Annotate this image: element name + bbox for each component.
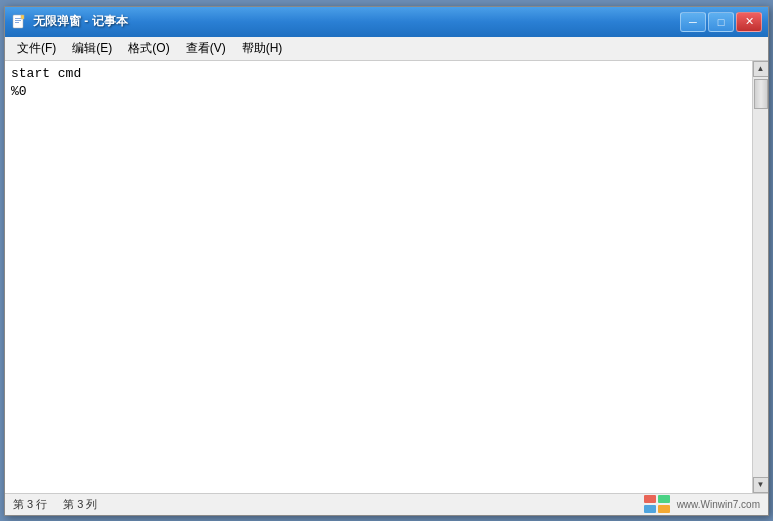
row-status: 第 3 行 <box>13 497 47 512</box>
title-bar-left: 无限弹窗 - 记事本 <box>11 13 128 30</box>
col-status: 第 3 列 <box>63 497 97 512</box>
title-buttons: ─ □ ✕ <box>680 12 762 32</box>
close-button[interactable]: ✕ <box>736 12 762 32</box>
status-left: 第 3 行 第 3 列 <box>13 497 97 512</box>
scroll-track <box>753 77 768 477</box>
menu-file[interactable]: 文件(F) <box>9 38 64 59</box>
watermark: www.Winwin7.com <box>643 495 760 513</box>
svg-rect-8 <box>658 505 670 513</box>
editor-textarea[interactable]: start cmd %0 <box>5 61 752 493</box>
svg-rect-2 <box>15 20 21 21</box>
svg-rect-6 <box>658 495 670 503</box>
menu-help[interactable]: 帮助(H) <box>234 38 291 59</box>
menu-view[interactable]: 查看(V) <box>178 38 234 59</box>
notepad-window: 无限弹窗 - 记事本 ─ □ ✕ 文件(F) 编辑(E) 格式(O) 查看(V)… <box>4 6 769 516</box>
status-bar: 第 3 行 第 3 列 www.Winwin7.com <box>5 493 768 515</box>
notepad-icon <box>11 14 27 30</box>
svg-rect-7 <box>644 505 656 513</box>
menu-edit[interactable]: 编辑(E) <box>64 38 120 59</box>
vertical-scrollbar: ▲ ▼ <box>752 61 768 493</box>
minimize-button[interactable]: ─ <box>680 12 706 32</box>
textarea-wrapper: start cmd %0 <box>5 61 752 493</box>
window-title: 无限弹窗 - 记事本 <box>33 13 128 30</box>
scroll-up-button[interactable]: ▲ <box>753 61 769 77</box>
scroll-thumb[interactable] <box>754 79 768 109</box>
watermark-text: www.Winwin7.com <box>677 499 760 510</box>
menu-bar: 文件(F) 编辑(E) 格式(O) 查看(V) 帮助(H) <box>5 37 768 61</box>
title-bar: 无限弹窗 - 记事本 ─ □ ✕ <box>5 7 768 37</box>
svg-rect-3 <box>15 22 19 23</box>
menu-format[interactable]: 格式(O) <box>120 38 177 59</box>
svg-rect-5 <box>644 495 656 503</box>
scroll-down-button[interactable]: ▼ <box>753 477 769 493</box>
editor-area: start cmd %0 ▲ ▼ <box>5 61 768 493</box>
svg-rect-4 <box>21 15 24 19</box>
maximize-button[interactable]: □ <box>708 12 734 32</box>
status-right: www.Winwin7.com <box>643 495 760 513</box>
windows-logo <box>643 495 673 513</box>
svg-rect-1 <box>15 18 21 19</box>
